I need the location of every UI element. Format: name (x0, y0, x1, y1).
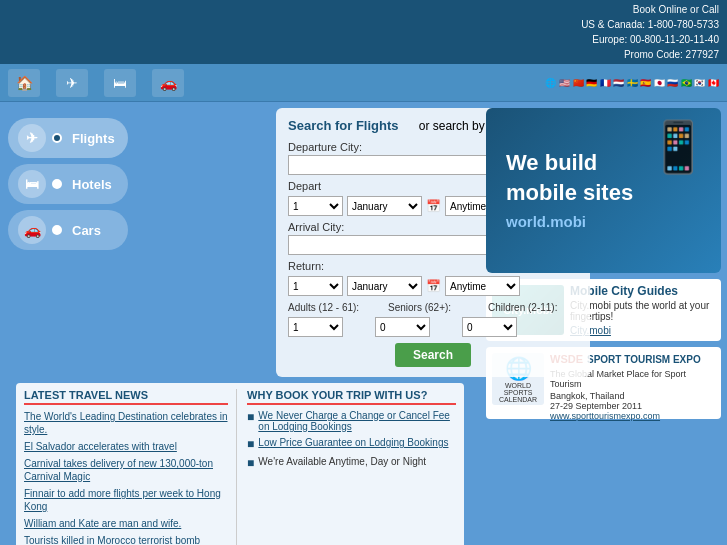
ad-mobile-line2: mobile sites (506, 181, 633, 205)
mobile-phone-icon: 📱 (647, 118, 709, 176)
return-row: 1 January 📅 Anytime (288, 276, 578, 296)
content-row: ✈ Flights 🛏 Hotels 🚗 Cars (0, 102, 727, 545)
bullet-3: ■ (247, 456, 254, 470)
adults-label: Adults (12 - 61): (288, 302, 378, 313)
ad-mobile-brand: world.mobi (506, 213, 586, 230)
depart-month-select[interactable]: JanuaryFebruary (347, 196, 422, 216)
top-bar: Book Online or Call US & Canada: 1-800-7… (0, 0, 727, 64)
wsde-location: Bangkok, Thailand (550, 391, 715, 401)
why-item-1: ■ We Never Charge a Change or Cancel Fee… (247, 410, 456, 432)
tabs-and-search: ✈ Flights 🛏 Hotels 🚗 Cars (8, 108, 472, 377)
why-item-2: ■ Low Price Guarantee on Lodging Booking… (247, 437, 456, 451)
news-item-4[interactable]: Finnair to add more flights per week to … (24, 487, 228, 513)
cars-label: Cars (72, 223, 101, 238)
ad-mobile[interactable]: 📱 We build mobile sites world.mobi (486, 108, 721, 273)
depart-day-select[interactable]: 123 (288, 196, 343, 216)
bullet-1: ■ (247, 410, 254, 424)
passenger-labels: Adults (12 - 61): Seniors (62+): Childre… (288, 302, 578, 313)
return-day-select[interactable]: 1 (288, 276, 343, 296)
wsde-subtitle: SPORT TOURISM EXPO (587, 354, 701, 365)
europe-phone: Europe: 00-800-11-20-11-40 (592, 34, 719, 45)
why-link-1[interactable]: We Never Charge a Change or Cancel Fee o… (258, 410, 456, 432)
why-title: WHY BOOK YOUR TRIP WITH US? (247, 389, 456, 405)
ad-mobile-line1: We build (506, 151, 633, 175)
left-content: ✈ Flights 🛏 Hotels 🚗 Cars (0, 102, 480, 545)
wsde-dates: 27-29 September 2011 (550, 401, 715, 411)
news-title: LATEST TRAVEL NEWS (24, 389, 228, 405)
nav-hotel-icon[interactable]: 🛏 (104, 69, 136, 97)
news-item-1[interactable]: The World's Leading Destination celebrat… (24, 410, 228, 436)
news-item-6[interactable]: Tourists killed in Morocco terrorist bom… (24, 534, 228, 545)
why-link-2[interactable]: Low Price Guarantee on Lodging Bookings (258, 437, 448, 448)
seniors-select[interactable]: 01 (375, 317, 430, 337)
adults-select[interactable]: 12 (288, 317, 343, 337)
us-canada-phone: US & Canada: 1-800-780-5733 (581, 19, 719, 30)
cars-radio (52, 225, 62, 235)
return-time-select[interactable]: Anytime (445, 276, 520, 296)
tab-cars[interactable]: 🚗 Cars (8, 210, 128, 250)
news-item-3[interactable]: Carnival takes delivery of new 130,000-t… (24, 457, 228, 483)
depart-calendar-icon[interactable]: 📅 (426, 199, 441, 213)
city-title: Mobile City Guides (570, 284, 715, 298)
tabs-column: ✈ Flights 🛏 Hotels 🚗 Cars (8, 108, 128, 377)
wsde-calendar-label: WORLD SPORTS CALENDAR (492, 382, 544, 403)
nav-home-icon[interactable]: 🏠 (8, 69, 40, 97)
seniors-label: Seniors (62+): (388, 302, 478, 313)
flights-label: Flights (72, 131, 115, 146)
book-online-label: Book Online or Call (633, 4, 719, 15)
city-text: Mobile City Guides City.mobi puts the wo… (570, 284, 715, 336)
nav-car-icon[interactable]: 🚗 (152, 69, 184, 97)
flag-area: 🌐 🇺🇸 🇨🇳 🇩🇪 🇫🇷 🇳🇱 🇸🇪 🇪🇸 🇯🇵 🇷🇺 🇧🇷 🇰🇷 🇨🇦 (545, 78, 719, 88)
city-desc: City.mobi puts the world at your fingert… (570, 300, 715, 322)
return-month-select[interactable]: January (347, 276, 422, 296)
tab-hotels[interactable]: 🛏 Hotels (8, 164, 128, 204)
children-select[interactable]: 01 (462, 317, 517, 337)
wsde-website[interactable]: www.sporttourismexpo.com (550, 411, 660, 421)
nav-bar: 🏠 ✈ 🛏 🚗 🌐 🇺🇸 🇨🇳 🇩🇪 🇫🇷 🇳🇱 🇸🇪 🇪🇸 🇯🇵 🇷🇺 🇧🇷 … (0, 64, 727, 102)
hotels-radio (52, 179, 62, 189)
children-label: Children (2-11): (488, 302, 578, 313)
flights-radio (52, 133, 62, 143)
passenger-row: 12 01 01 (288, 317, 578, 337)
cars-tab-icon: 🚗 (18, 216, 46, 244)
news-column: LATEST TRAVEL NEWS The World's Leading D… (24, 389, 237, 545)
why-column: WHY BOOK YOUR TRIP WITH US? ■ We Never C… (243, 389, 456, 545)
nav-flight-icon[interactable]: ✈ (56, 69, 88, 97)
bullet-2: ■ (247, 437, 254, 451)
bottom-section: LATEST TRAVEL NEWS The World's Leading D… (16, 383, 464, 545)
news-item-5[interactable]: William and Kate are man and wife. (24, 517, 228, 530)
why-item-3: ■ We're Available Anytime, Day or Night (247, 456, 456, 470)
promo-code: Promo Code: 277927 (624, 49, 719, 60)
tab-flights[interactable]: ✈ Flights (8, 118, 128, 158)
hotels-tab-icon: 🛏 (18, 170, 46, 198)
search-button[interactable]: Search (395, 343, 471, 367)
page-wrapper: Book Online or Call US & Canada: 1-800-7… (0, 0, 727, 545)
hotels-label: Hotels (72, 177, 112, 192)
news-item-2[interactable]: El Salvador accelerates with travel (24, 440, 228, 453)
why-text-3: We're Available Anytime, Day or Night (258, 456, 426, 467)
return-calendar-icon[interactable]: 📅 (426, 279, 441, 293)
nav-icons: 🏠 ✈ 🛏 🚗 (8, 69, 545, 97)
search-title: Search for Flights (288, 118, 399, 133)
flights-tab-icon: ✈ (18, 124, 46, 152)
